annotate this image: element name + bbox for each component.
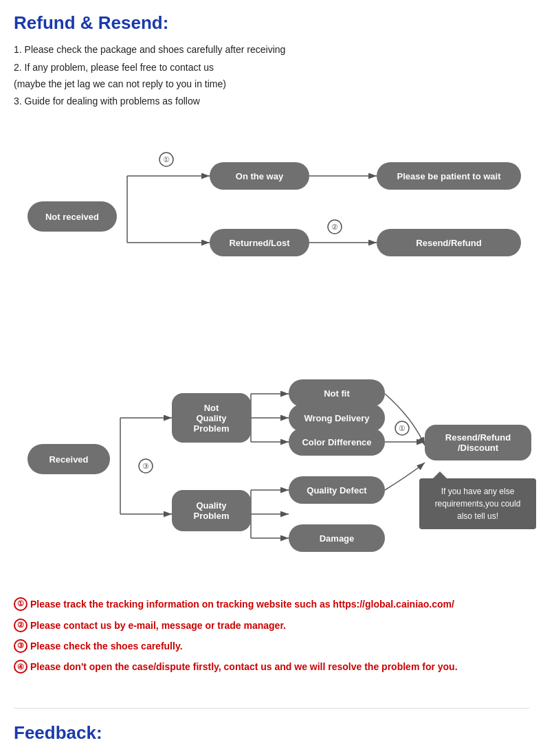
notes-section: ① Please track the tracking information …: [14, 590, 529, 687]
node-damage: Damage: [289, 524, 385, 552]
feedback-item-1: 1. If you are not satisfied with the sho…: [14, 752, 529, 756]
node-be-patient: Please be patient to wait: [377, 162, 521, 190]
note-text-2: Please contact us by e-mail, message or …: [30, 618, 286, 633]
node-not-received: Not received: [27, 201, 117, 232]
flowchart-received: ③ ① Received Not Quality Problem Quality…: [14, 363, 529, 569]
svg-text:①: ①: [399, 424, 406, 432]
node-on-way: On the way: [210, 162, 309, 190]
node-color: Color Difference: [289, 428, 385, 456]
feedback-list: 1. If you are not satisfied with the sho…: [14, 752, 529, 756]
note-text-3: Please check the shoes carefully.: [30, 638, 183, 654]
feedback-title: Feedback:: [14, 722, 529, 744]
svg-text:①: ①: [163, 155, 170, 164]
node-quality: Quality Problem: [172, 490, 251, 531]
note-text-4: Please don't open the case/dispute first…: [30, 659, 458, 674]
feedback-section: Feedback: 1. If you are not satisfied wi…: [14, 722, 529, 756]
note-item-4: ④ Please don't open the case/dispute fir…: [14, 659, 529, 674]
node-defect: Quality Defect: [289, 476, 385, 504]
note-circle-3: ③: [14, 639, 27, 653]
refund-title: Refund & Resend:: [14, 12, 529, 34]
node-not-fit: Not fit: [289, 379, 385, 407]
note-circle-1: ①: [14, 597, 27, 611]
note-item-3: ③ Please check the shoes carefully.: [14, 638, 529, 654]
section-divider: [14, 708, 529, 709]
node-received: Received: [27, 444, 110, 474]
intro-list: 1. Please check the package and shoes ca…: [14, 42, 529, 110]
note-item-1: ① Please track the tracking information …: [14, 597, 529, 612]
node-not-quality: Not Quality Problem: [172, 393, 251, 443]
note-circle-2: ②: [14, 619, 27, 632]
svg-text:②: ②: [331, 223, 338, 231]
note-text-1: Please track the tracking information on…: [30, 597, 454, 612]
note-item-2: ② Please contact us by e-mail, message o…: [14, 618, 529, 633]
note-circle-4: ④: [14, 660, 27, 674]
node-wrong: Wrong Delivery: [289, 404, 385, 432]
intro-item-2: 2. If any problem, please feel free to c…: [14, 60, 529, 93]
flowchart-not-received: ① ② Not received On the way Returned/Los…: [14, 122, 529, 342]
node-resend-refund: Resend/Refund: [377, 229, 521, 256]
intro-item-1: 1. Please check the package and shoes ca…: [14, 42, 529, 58]
svg-text:③: ③: [142, 462, 149, 470]
node-resend-discount: Resend/Refund /Discount: [425, 425, 531, 460]
intro-item-3: 3. Guide for dealing with problems as fo…: [14, 93, 529, 110]
node-returned: Returned/Lost: [210, 229, 309, 256]
node-requirements: If you have any else requirements,you co…: [419, 478, 536, 529]
